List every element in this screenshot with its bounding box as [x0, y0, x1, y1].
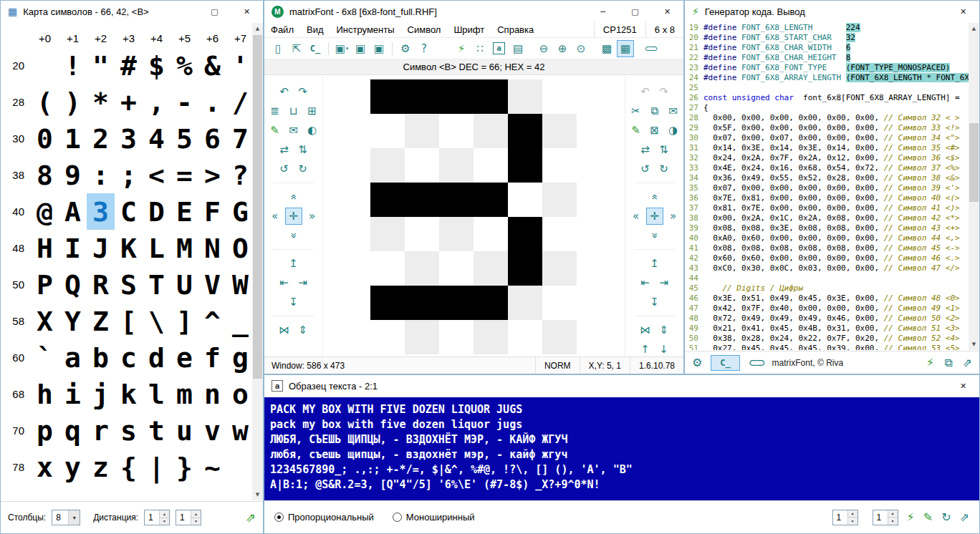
charmap-cell[interactable]: d	[143, 339, 170, 376]
squeeze-width-icon[interactable]: ⋈	[276, 321, 293, 339]
charmap-cell[interactable]	[31, 47, 59, 84]
scroll-down-icon[interactable]: ▼	[969, 339, 979, 350]
shift-right-icon[interactable]: ⇥	[655, 274, 673, 291]
stamp-icon[interactable]: ✉	[285, 122, 302, 139]
charmap-cell[interactable]: /	[226, 84, 254, 120]
new-font-icon[interactable]: ▯	[269, 40, 287, 57]
charmap-cell[interactable]: #	[115, 47, 143, 84]
charmap-cell[interactable]: r	[87, 412, 115, 449]
prev-char-icon[interactable]: ↑	[637, 341, 654, 358]
output-window-icon[interactable]: ▤	[509, 40, 527, 57]
mirror-vertical-icon[interactable]: ⇅	[655, 141, 673, 158]
rotate-left-icon[interactable]: ↺	[276, 160, 293, 178]
charmap-cell[interactable]: "	[87, 47, 115, 84]
close-button[interactable]: ✕	[231, 1, 263, 22]
charmap-cell[interactable]: n	[198, 376, 226, 412]
spinner-up-icon[interactable]: ▲	[888, 510, 898, 518]
pixel-cell[interactable]	[508, 320, 542, 354]
undo-icon[interactable]: ↶	[637, 83, 654, 100]
radio-proportional[interactable]: Пропорциональный	[274, 512, 374, 523]
close-button[interactable]: ✕	[947, 1, 979, 22]
charmap-cell[interactable]: k	[115, 376, 143, 412]
export-icon[interactable]: ⇗	[246, 510, 256, 525]
charmap-cell[interactable]: <	[143, 157, 170, 193]
charmap-cell[interactable]: 0	[31, 120, 59, 157]
spacing-x-spinner[interactable]: 1 ▲▼	[832, 510, 858, 525]
charmap-cell[interactable]: @	[31, 193, 59, 230]
pixel-cell[interactable]	[370, 148, 405, 183]
pixel-cell[interactable]	[474, 320, 508, 354]
undo-icon[interactable]: ↶	[276, 83, 293, 100]
pixel-cell[interactable]	[405, 183, 439, 217]
generate-code-icon[interactable]: ⚡	[453, 40, 470, 57]
charmap-cell[interactable]: D	[143, 193, 170, 230]
invert-icon[interactable]: ◑	[665, 122, 682, 139]
squeeze-height-icon[interactable]: ⇕	[655, 321, 673, 339]
pixel-cell[interactable]	[542, 286, 577, 320]
charmap-cell[interactable]: x	[31, 449, 59, 485]
charmap-cell[interactable]: v	[198, 412, 226, 449]
maximize-button[interactable]: ▢	[198, 1, 231, 22]
squeeze-height-icon[interactable]: ⇕	[294, 321, 312, 339]
charmap-cell[interactable]: O	[226, 230, 254, 266]
charmap-cell[interactable]: &	[198, 47, 226, 84]
pixel-cell[interactable]	[474, 183, 508, 217]
shift-left-icon[interactable]: ⇤	[637, 274, 654, 291]
charmap-cell[interactable]: ~	[198, 449, 226, 485]
gear-icon[interactable]: ⚙	[692, 356, 702, 369]
menu-item[interactable]: Символ	[401, 24, 448, 35]
charmap-cell[interactable]: 2	[87, 120, 115, 157]
pixel-cell[interactable]	[542, 148, 577, 183]
pixel-cell[interactable]	[370, 251, 405, 286]
spinner-down-icon[interactable]: ▼	[888, 518, 898, 525]
char-height-icon[interactable]: ≣	[266, 102, 284, 120]
rotate-right-icon[interactable]: ↻	[655, 160, 673, 178]
scroll-thumb[interactable]	[969, 123, 979, 202]
spinner-down-icon[interactable]: ▼	[848, 518, 858, 525]
charmap-window-icon[interactable]: ∷	[471, 40, 489, 57]
charmap-cell[interactable]: J	[87, 230, 115, 266]
copy-icon[interactable]: ⧉	[944, 356, 952, 369]
charmap-cell[interactable]: %	[170, 47, 198, 84]
spinner-down-icon[interactable]: ▼	[160, 518, 169, 525]
pixel-cell[interactable]	[439, 251, 474, 286]
pixel-cell[interactable]	[439, 217, 474, 251]
rotate-left-icon[interactable]: ↺	[637, 160, 654, 178]
charmap-cell[interactable]: {	[115, 449, 143, 485]
charmap-cell[interactable]: Z	[87, 303, 115, 339]
cut-icon[interactable]: ✂	[628, 102, 645, 120]
shift-top-icon[interactable]: ↥	[285, 255, 302, 272]
invert-icon[interactable]: ◐	[304, 122, 321, 139]
charmap-cell[interactable]: V	[198, 266, 226, 303]
pixel-cell[interactable]	[439, 114, 474, 148]
pixel-cell[interactable]	[405, 251, 439, 286]
save-icon[interactable]: ▣	[352, 40, 369, 57]
charmap-cell[interactable]: 6	[198, 120, 226, 157]
mirror-horizontal-icon[interactable]: ⇄	[276, 141, 293, 158]
nudge-down-icon[interactable]: »	[646, 227, 663, 244]
charmap-cell[interactable]: 4	[143, 120, 170, 157]
charmap-cell[interactable]: g	[226, 339, 254, 376]
charmap-cell[interactable]: A	[59, 193, 87, 230]
link-windows-icon[interactable]: ⊂⊃	[643, 40, 660, 57]
pixel-cell[interactable]	[439, 183, 474, 217]
scroll-up-icon[interactable]: ▲	[969, 23, 979, 34]
charmap-cell[interactable]: [	[115, 303, 143, 339]
charmap-cell[interactable]: y	[59, 449, 87, 485]
shift-top-icon[interactable]: ↥	[646, 255, 663, 272]
charmap-cell[interactable]: $	[143, 47, 170, 84]
checkerboard-toggle-icon[interactable]: ▩	[598, 40, 615, 57]
charmap-cell[interactable]: =	[170, 157, 198, 193]
menu-item[interactable]: Шрифт	[447, 24, 491, 35]
redo-icon[interactable]: ↷	[294, 83, 312, 100]
charmap-scrollbar[interactable]: ▲ ▼	[252, 23, 263, 500]
crop-icon[interactable]: ⊔	[285, 102, 302, 120]
copy-icon[interactable]: ⧉	[646, 102, 663, 120]
export-icon[interactable]: ⇗	[963, 356, 972, 369]
charmap-cell[interactable]: З	[87, 193, 115, 230]
charmap-cell[interactable]: >	[198, 157, 226, 193]
charmap-cell[interactable]: T	[143, 266, 170, 303]
pixel-cell[interactable]	[439, 286, 474, 320]
pixel-cell[interactable]	[474, 251, 508, 286]
charmap-cell[interactable]: ;	[115, 157, 143, 193]
